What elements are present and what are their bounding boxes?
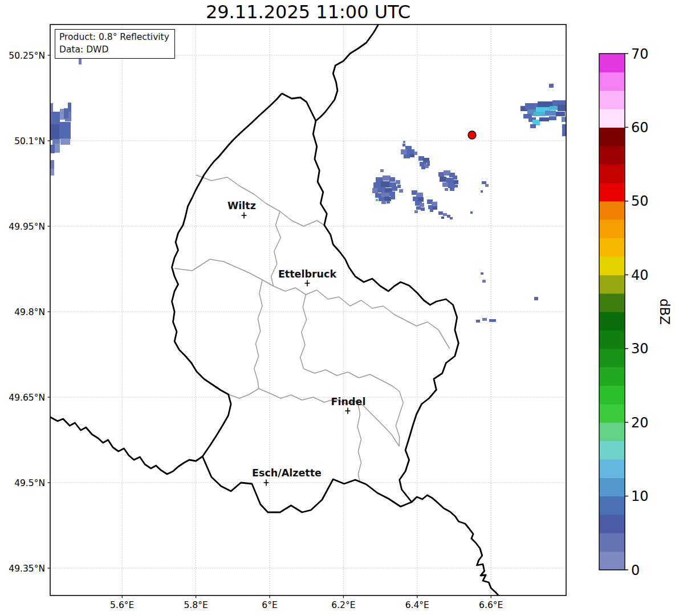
colorbar-tick-label: 40: [631, 267, 649, 283]
colorbar-tick-label: 0: [631, 562, 640, 578]
colorbar-segment: [599, 91, 625, 109]
colorbar-unit-label: dBZ: [657, 299, 672, 325]
radar-echo-cell: [375, 193, 382, 198]
radar-echo-cell: [539, 117, 549, 121]
canton-border-line: [274, 286, 450, 349]
radar-echo-cell: [376, 199, 378, 201]
colorbar-tick-label: 10: [631, 488, 649, 504]
product-info-line2: Data: DWD: [59, 43, 169, 56]
radar-echo-cell: [55, 144, 60, 153]
radar-echo-cell: [470, 211, 473, 214]
radar-echo-cell: [381, 201, 386, 204]
radar-echo-cell: [59, 122, 71, 139]
radar-echo-cell: [440, 177, 446, 182]
radar-echo-cell: [413, 197, 418, 201]
radar-echo-cell: [387, 201, 390, 203]
colorbar-segment: [599, 312, 625, 331]
colorbar-segment: [599, 330, 625, 349]
radar-echo-cell: [391, 196, 395, 199]
colorbar-segment: [599, 533, 625, 552]
colorbar-segment: [599, 441, 625, 460]
radar-echo-cell: [455, 185, 458, 187]
radar-echo-cell: [482, 280, 486, 283]
city-label: Wiltz: [227, 200, 256, 211]
radar-echo-cell: [384, 197, 391, 201]
radar-echo-cell: [438, 211, 443, 215]
radar-echo-cell: [380, 169, 384, 172]
radar-echo-cell: [403, 141, 405, 143]
colorbar-segment: [599, 127, 625, 146]
radar-echo-cell: [441, 217, 444, 219]
radar-echo-cell: [427, 161, 430, 166]
radar-echo-cell: [556, 112, 565, 116]
city-marker-ettelbruck: [305, 280, 310, 287]
colorbar-segment: [599, 72, 625, 91]
colorbar-segment: [599, 478, 625, 496]
radar-echo-cell: [476, 320, 480, 323]
radar-echo-cell: [405, 146, 412, 150]
radar-echo-cell: [372, 188, 378, 193]
radar-echo-cell: [534, 297, 538, 300]
radar-echo-cell: [421, 166, 425, 169]
product-info-box: Product: 0.8° Reflectivity Data: DWD: [55, 29, 175, 59]
radar-echo-cell: [414, 152, 417, 155]
radar-echo-cell: [50, 124, 59, 140]
radar-echo-cells: [50, 57, 566, 323]
colorbar-segment: [599, 256, 625, 275]
radar-echo-cell: [410, 154, 414, 157]
radar-echo-cell: [416, 206, 421, 210]
border-france-belgium: [48, 416, 202, 474]
radar-echo-cell: [389, 177, 395, 182]
x-tick-label: 6°E: [262, 600, 277, 610]
radar-echo-cell: [377, 187, 385, 193]
radar-echo-cell: [379, 197, 384, 201]
radar-echo-cell: [482, 181, 486, 184]
city-marker-wiltz: [242, 213, 247, 219]
radar-echo-cell: [549, 84, 554, 88]
radar-site-dot: [468, 131, 476, 139]
radar-echo-cell: [392, 186, 397, 191]
colorbar-tick-label: 60: [631, 120, 649, 136]
y-tick-label: 49.65°N: [9, 393, 45, 403]
city-label: Esch/Alzette: [252, 467, 322, 479]
colorbar-tick-label: 30: [631, 341, 649, 357]
y-tick-label: 50.1°N: [14, 136, 45, 146]
radar-echo-cell: [407, 149, 414, 154]
canton-border-line: [304, 369, 404, 446]
colorbar-segment: [599, 293, 625, 312]
radar-echo-cell: [414, 210, 418, 213]
canton-border-line: [229, 389, 259, 398]
colorbar-segment: [599, 219, 625, 238]
radar-echo-cell: [64, 108, 68, 119]
radar-echo-cell: [442, 182, 448, 187]
product-info-line1: Product: 0.8° Reflectivity: [59, 31, 169, 43]
radar-echo-cell: [562, 124, 566, 136]
radar-echo-cell: [558, 105, 566, 111]
radar-echo-cell: [428, 205, 433, 209]
colorbar-segment: [599, 349, 625, 368]
city-label: Findel: [331, 396, 366, 407]
y-tick-label: 49.5°N: [14, 478, 45, 488]
radar-echo-cell: [396, 180, 400, 184]
colorbar-segment: [599, 552, 625, 570]
radar-echo-cell: [402, 144, 405, 146]
colorbar-segment: [599, 404, 625, 423]
radar-echo-cell: [443, 213, 447, 216]
radar-echo-cell: [418, 197, 424, 202]
radar-echo-cell: [399, 189, 403, 193]
colorbar-segment: [599, 459, 625, 478]
colorbar-tick-label: 50: [631, 193, 649, 209]
radar-echo-cell: [534, 112, 546, 116]
radar-echo-cell: [450, 187, 454, 191]
colorbar-segment: [599, 238, 625, 257]
y-tick-label: 49.35°N: [9, 564, 45, 574]
radar-echo-cell: [433, 206, 437, 210]
colorbar-segment: [599, 146, 625, 165]
border-belgium-germany: [316, 21, 380, 121]
x-tick-label: 6.4°E: [405, 600, 429, 610]
radar-echo-cell: [389, 191, 395, 196]
radar-echo-cell: [420, 203, 424, 207]
radar-echo-cell: [430, 209, 433, 212]
radar-echo-cell: [383, 176, 391, 181]
colorbar-segment: [599, 164, 625, 183]
